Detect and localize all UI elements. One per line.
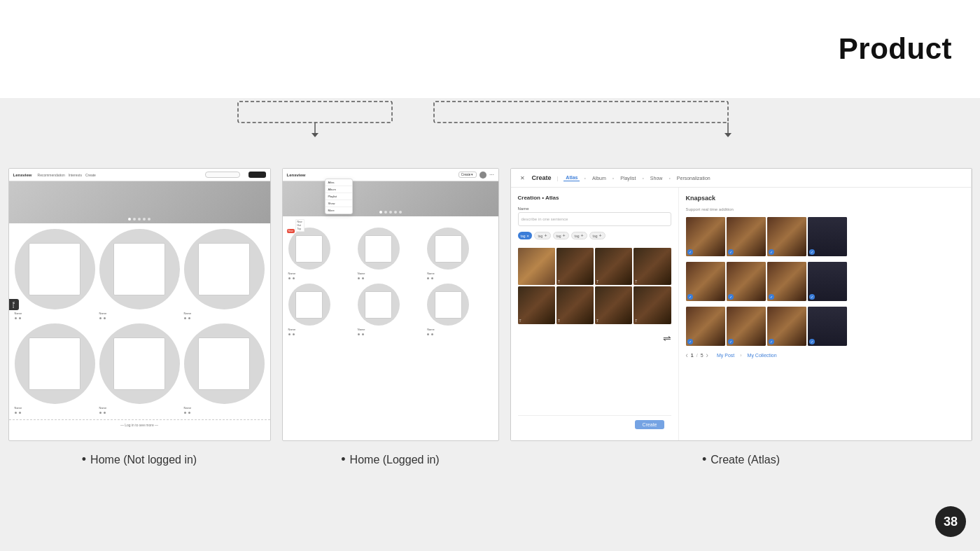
photo-cell[interactable]: T xyxy=(595,286,632,323)
photo-cell[interactable]: T xyxy=(556,286,594,323)
knapsack-check: ✓ xyxy=(728,249,734,255)
creation-form: Creation • Atlas Name describe in one se… xyxy=(511,188,679,440)
p1-item: Name xyxy=(99,323,180,414)
photo-cell[interactable]: T xyxy=(634,286,671,323)
knapsack-check: ✓ xyxy=(728,294,734,300)
knapsack-cell[interactable]: ✓ xyxy=(767,307,806,346)
tag-empty[interactable]: tag + xyxy=(553,232,569,239)
p1-login-hint: — Log in to see more — xyxy=(9,419,270,430)
p2-avatar[interactable] xyxy=(479,172,486,179)
my-collection-link[interactable]: My Collection xyxy=(748,353,777,358)
p1-item: Name xyxy=(15,229,95,319)
knapsack-cell[interactable]: ✓ xyxy=(808,217,847,256)
p1-hero-dots xyxy=(128,218,150,221)
p2-hero xyxy=(283,181,498,216)
knapsack-pagination: ‹ 1 / 5 › My Post › My Collection xyxy=(686,351,847,359)
knapsack-cell[interactable]: ✓ xyxy=(767,262,806,301)
p1-more-btn[interactable]: More xyxy=(9,299,19,310)
p2-create-btn[interactable]: Create ▾ xyxy=(458,172,477,178)
pagination-next[interactable]: › xyxy=(706,351,708,359)
create-body: Creation • Atlas Name describe in one se… xyxy=(511,188,971,440)
svg-rect-0 xyxy=(238,102,392,123)
p2-item: Name xyxy=(427,228,492,279)
tags-row: tag ✕ tag + tag xyxy=(518,232,671,239)
p2-more[interactable]: ⋯ xyxy=(489,172,494,178)
p1-nav: Lensview Recommendation Interests Create xyxy=(9,169,270,181)
svg-marker-5 xyxy=(724,133,732,137)
knapsack-cell[interactable]: ✓ xyxy=(808,262,847,301)
knapsack-cell[interactable]: ✓ xyxy=(727,217,766,256)
knapsack-grid-row1: ✓ ✓ ✓ ✓ xyxy=(686,217,847,256)
pagination-current: 1 xyxy=(691,353,694,358)
tab-personalization[interactable]: Personalization xyxy=(675,175,713,181)
knapsack-cell[interactable]: ✓ xyxy=(727,307,766,346)
tag-active[interactable]: tag ✕ xyxy=(518,232,533,239)
photo-cell[interactable]: T xyxy=(595,248,632,285)
svg-rect-3 xyxy=(434,102,728,123)
page-title: Product xyxy=(839,32,952,66)
name-label: Name xyxy=(518,207,671,211)
knapsack-subtitle: Support real time addition xyxy=(686,207,847,211)
p2-dropdown: Atlas Album Playlist Show More xyxy=(325,179,353,214)
knapsack-panel: Knapsack Support real time addition ✓ xyxy=(679,188,854,440)
knapsack-cell[interactable]: ✓ xyxy=(808,307,847,346)
p1-search[interactable] xyxy=(205,172,240,178)
panel1-wrapper: Lensview Recommendation Interests Create xyxy=(8,168,271,467)
tab-atlas[interactable]: Atlas xyxy=(564,174,580,181)
close-button[interactable]: ✕ xyxy=(519,174,526,181)
knapsack-title: Knapsack xyxy=(686,195,847,202)
page-number-badge: 38 xyxy=(935,506,966,537)
knapsack-check: ✓ xyxy=(687,249,693,255)
p2-hero-dots xyxy=(379,211,402,214)
tab-playlist[interactable]: Playlist xyxy=(618,175,638,181)
tag-remove[interactable]: ✕ xyxy=(526,234,529,238)
p1-login-btn[interactable] xyxy=(248,172,266,178)
connector-arrows xyxy=(0,98,980,140)
panel1-label: • Home (Not logged in) xyxy=(82,452,197,467)
create-button[interactable]: Create xyxy=(635,420,664,429)
panel2-wrapper: Lensview Create ▾ ⋯ Atlas Album Playlist… xyxy=(282,168,499,467)
create-tabs: Atlas • Album • Playlist • Show • Person… xyxy=(564,174,712,181)
knapsack-cell[interactable]: ✓ xyxy=(727,262,766,301)
knapsack-cell[interactable]: ✓ xyxy=(767,217,806,256)
photo-cell[interactable]: T xyxy=(518,286,555,323)
knapsack-grid-row3: ✓ ✓ ✓ ✓ xyxy=(686,307,847,346)
tag-empty[interactable]: tag + xyxy=(589,232,606,239)
tag-empty[interactable]: tag + xyxy=(534,232,550,239)
p2-sort-options: New Hot Top xyxy=(295,219,304,232)
p2-item: Name xyxy=(288,284,354,335)
pagination-prev[interactable]: ‹ xyxy=(686,351,688,359)
photo-cell[interactable]: T xyxy=(556,248,594,285)
knapsack-grid-row2: ✓ ✓ ✓ ✓ xyxy=(686,262,847,301)
create-header: ✕ Create | Atlas • Album • Playlist • xyxy=(511,169,971,188)
panel3-wrapper: ✕ Create | Atlas • Album • Playlist • xyxy=(510,168,972,467)
knapsack-check: ✓ xyxy=(809,249,815,255)
tab-show[interactable]: Show xyxy=(648,175,665,181)
p1-nav-links: Recommendation Interests Create xyxy=(38,173,96,177)
my-post-link[interactable]: My Post xyxy=(717,353,734,358)
knapsack-cell[interactable]: ✓ xyxy=(686,217,725,256)
p2-item: Name xyxy=(358,228,423,279)
p1-item: Name xyxy=(99,229,180,319)
panel2-frame: Lensview Create ▾ ⋯ Atlas Album Playlist… xyxy=(282,168,499,441)
photo-cell[interactable]: T xyxy=(634,248,671,285)
knapsack-check: ✓ xyxy=(687,294,693,300)
knapsack-check: ✓ xyxy=(769,294,774,300)
p2-item: Name xyxy=(288,228,354,279)
tab-album[interactable]: Album xyxy=(590,175,608,181)
link-icon[interactable]: ⇌ xyxy=(663,333,671,344)
photo-cell[interactable] xyxy=(518,248,555,285)
main-content: Lensview Recommendation Interests Create xyxy=(0,98,980,551)
knapsack-cell[interactable]: ✓ xyxy=(686,307,725,346)
form-section-title: Creation • Atlas xyxy=(518,195,671,201)
create-nav-title: Create xyxy=(532,174,552,181)
panel3-label: • Create (Atlas) xyxy=(702,452,780,467)
tag-empty[interactable]: tag + xyxy=(571,232,587,239)
name-input[interactable]: describe in one sentence xyxy=(518,212,671,226)
knapsack-cell[interactable]: ✓ xyxy=(686,262,725,301)
p2-nav: Lensview Create ▾ ⋯ Atlas Album Playlist… xyxy=(283,169,498,181)
knapsack-links: My Post › My Collection xyxy=(717,353,777,358)
p2-item: Name xyxy=(358,284,423,335)
panel2-label: • Home (Logged in) xyxy=(341,452,439,467)
knapsack-check: ✓ xyxy=(769,339,774,344)
